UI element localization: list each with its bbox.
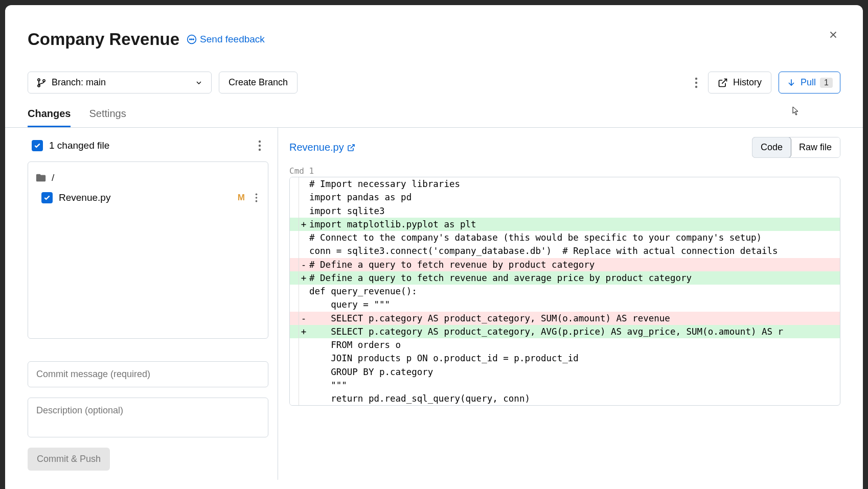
git-modal: Company Revenue Send feedback Branch: ma… (5, 5, 863, 489)
diff-panel: Revenue.py Code Raw file Cmd 1 # Import … (278, 128, 840, 480)
diff-line: FROM orders o (290, 338, 840, 352)
header: Company Revenue Send feedback (28, 30, 840, 49)
commit-message-input[interactable] (28, 361, 268, 387)
folder-icon (35, 172, 47, 183)
svg-point-6 (38, 79, 40, 81)
diff-line: JOIN products p ON o.product_id = p.prod… (290, 352, 840, 365)
cell-label: Cmd 1 (289, 166, 840, 176)
close-icon (828, 29, 839, 40)
diff-line: GROUP BY p.category (290, 365, 840, 379)
kebab-icon (695, 77, 698, 88)
commit-push-button[interactable]: Commit & Push (28, 448, 110, 471)
commit-description-input[interactable] (28, 398, 268, 437)
diff-header: Revenue.py Code Raw file (289, 137, 840, 158)
main-content: 1 changed file / Revenue.py (28, 128, 840, 480)
file-list-more-button[interactable] (255, 137, 264, 154)
view-raw-button[interactable]: Raw file (791, 137, 840, 157)
tab-changes[interactable]: Changes (28, 108, 71, 127)
diff-line: # Import necessary libraries (290, 177, 840, 191)
diff-line: conn = sqlite3.connect('company_database… (290, 244, 840, 258)
view-toggle: Code Raw file (752, 137, 840, 158)
diff-line: +# Define a query to fetch revenue and a… (290, 271, 840, 285)
folder-row[interactable]: / (34, 170, 262, 185)
svg-point-10 (695, 81, 697, 83)
select-all-checkbox[interactable] (32, 140, 43, 151)
view-code-button[interactable]: Code (752, 137, 791, 158)
check-icon (34, 142, 41, 149)
svg-point-14 (259, 141, 261, 143)
diff-line: + SELECT p.category AS product_category,… (290, 325, 840, 338)
svg-point-3 (190, 39, 191, 40)
diff-line: import pandas as pd (290, 191, 840, 204)
pull-button[interactable]: Pull 1 (779, 72, 840, 94)
folder-name: / (52, 172, 54, 183)
diff-line: # Connect to the company's database (thi… (290, 231, 840, 244)
commit-form: Commit & Push (28, 361, 268, 471)
history-button[interactable]: History (708, 72, 771, 94)
branch-dropdown[interactable]: Branch: main (28, 72, 212, 94)
svg-point-4 (191, 39, 192, 40)
create-branch-button[interactable]: Create Branch (219, 72, 298, 94)
diff-file-name: Revenue.py (289, 142, 344, 153)
svg-point-9 (695, 77, 697, 79)
feedback-label: Send feedback (200, 34, 265, 45)
diff-line: -# Define a query to fetch revenue by pr… (290, 258, 840, 271)
more-actions-button[interactable] (692, 74, 701, 91)
external-link-icon (347, 144, 355, 152)
feedback-icon (187, 34, 197, 44)
check-icon (43, 194, 51, 201)
sidebar: 1 changed file / Revenue.py (28, 128, 278, 480)
changed-files-header: 1 changed file (28, 137, 268, 154)
diff-line: +import matplotlib.pyplot as plt (290, 218, 840, 231)
svg-point-8 (43, 79, 45, 81)
toolbar: Branch: main Create Branch History Pull … (28, 72, 840, 94)
tab-bar: Changes Settings (5, 108, 863, 128)
file-link[interactable]: Revenue.py (289, 142, 355, 153)
file-status-badge: M (238, 193, 245, 203)
page-title: Company Revenue (28, 30, 179, 49)
diff-line: """ (290, 379, 840, 392)
branch-icon (36, 78, 47, 88)
svg-line-20 (350, 145, 354, 148)
svg-point-18 (256, 197, 258, 199)
external-link-icon (718, 78, 728, 88)
file-tree: / Revenue.py M (28, 161, 268, 339)
chevron-down-icon (195, 79, 203, 87)
kebab-icon (255, 193, 258, 203)
tab-settings[interactable]: Settings (89, 108, 126, 127)
toolbar-right: History Pull 1 (692, 72, 840, 94)
diff-line: query = """ (290, 298, 840, 311)
kebab-icon (258, 140, 261, 151)
changed-files-count: 1 changed file (49, 140, 109, 151)
branch-label: Branch: main (52, 77, 106, 88)
svg-point-15 (259, 145, 261, 147)
diff-line: import sqlite3 (290, 204, 840, 218)
pull-count-badge: 1 (820, 78, 833, 88)
svg-line-12 (722, 79, 726, 83)
svg-point-5 (193, 39, 194, 40)
file-more-button[interactable] (252, 190, 261, 206)
download-icon (786, 78, 796, 88)
svg-point-11 (695, 85, 697, 87)
diff-view[interactable]: # Import necessary librariesimport panda… (289, 177, 840, 406)
file-row[interactable]: Revenue.py M (34, 185, 262, 209)
file-name: Revenue.py (59, 192, 110, 203)
file-checkbox[interactable] (41, 192, 53, 203)
svg-point-16 (259, 149, 261, 151)
toolbar-left: Branch: main Create Branch (28, 72, 298, 94)
pull-label: Pull (801, 77, 816, 88)
svg-point-19 (256, 200, 258, 202)
close-button[interactable] (826, 28, 840, 42)
svg-point-17 (256, 194, 258, 196)
send-feedback-link[interactable]: Send feedback (187, 34, 265, 45)
diff-line: def query_revenue(): (290, 285, 840, 298)
cursor (792, 106, 800, 117)
diff-line: return pd.read_sql_query(query, conn) (290, 392, 840, 405)
history-label: History (733, 77, 762, 88)
diff-line: - SELECT p.category AS product_category,… (290, 312, 840, 325)
